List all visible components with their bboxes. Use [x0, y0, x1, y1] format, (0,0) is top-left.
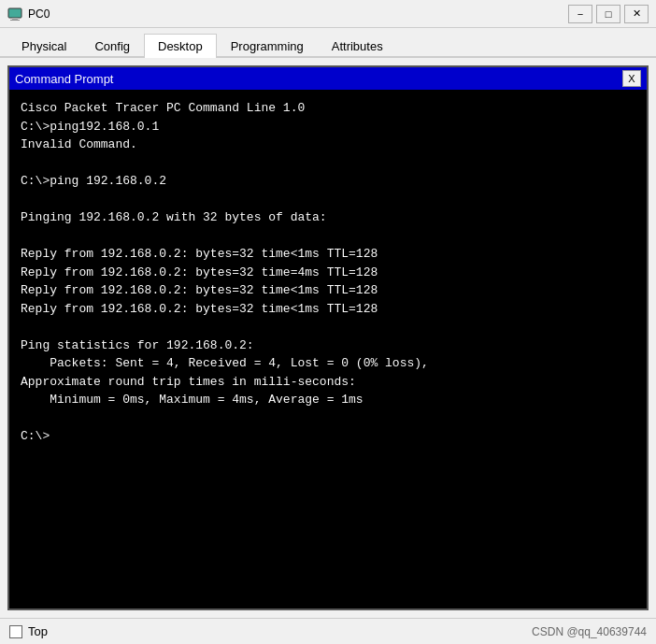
top-label: Top	[28, 624, 48, 638]
watermark: CSDN @qq_40639744	[532, 625, 647, 638]
bottom-left: Top	[9, 624, 48, 638]
tab-config[interactable]: Config	[80, 34, 144, 58]
cmd-output[interactable]: Cisco Packet Tracer PC Command Line 1.0 …	[9, 90, 647, 608]
svg-rect-0	[8, 8, 21, 18]
close-button[interactable]: ✕	[624, 5, 649, 23]
cmd-close-button[interactable]: X	[622, 70, 641, 87]
svg-rect-2	[10, 20, 20, 21]
tab-attributes[interactable]: Attributes	[318, 34, 397, 58]
window-title: PC0	[28, 7, 568, 21]
top-checkbox[interactable]	[9, 625, 22, 638]
tab-programming[interactable]: Programming	[217, 34, 318, 58]
title-bar: PC0 − □ ✕	[0, 0, 656, 28]
maximize-button[interactable]: □	[596, 5, 620, 23]
cmd-titlebar: Command Prompt X	[9, 67, 647, 90]
bottom-bar: Top CSDN @qq_40639744	[0, 618, 656, 644]
cmd-title: Command Prompt	[15, 72, 113, 86]
tab-desktop[interactable]: Desktop	[144, 34, 217, 58]
window-controls: − □ ✕	[568, 5, 649, 23]
command-prompt-window: Command Prompt X Cisco Packet Tracer PC …	[7, 65, 649, 610]
tab-bar: Physical Config Desktop Programming Attr…	[0, 28, 656, 58]
svg-rect-1	[12, 18, 18, 20]
app-icon	[7, 7, 22, 21]
tab-physical[interactable]: Physical	[7, 34, 80, 58]
main-content: Command Prompt X Cisco Packet Tracer PC …	[0, 58, 656, 618]
minimize-button[interactable]: −	[568, 5, 592, 23]
